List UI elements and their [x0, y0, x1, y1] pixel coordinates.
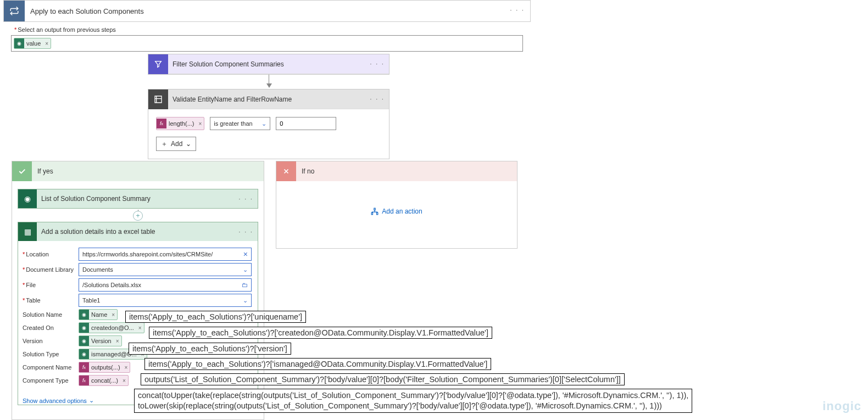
- svg-rect-0: [374, 208, 375, 210]
- location-input[interactable]: https://crmworlds.sharepoint.com/sites/C…: [79, 248, 252, 261]
- location-label: Location: [23, 251, 79, 257]
- card-more-menu[interactable]: · · ·: [238, 228, 253, 236]
- select-output-label: Select an output from previous steps: [14, 26, 531, 33]
- excel-card-header[interactable]: ▦ Add a solution details into a excel ta…: [18, 222, 258, 241]
- filter-title: Filter Solution Component Summaries: [168, 60, 284, 68]
- component-type-label: Component Type: [23, 377, 79, 384]
- concat-token[interactable]: fxconcat(...)×: [79, 375, 129, 386]
- validate-header[interactable]: Validate EntityName and FilterRowName · …: [148, 89, 389, 109]
- created-on-label: Created On: [23, 324, 79, 331]
- remove-token[interactable]: ×: [123, 365, 130, 371]
- svg-rect-1: [371, 212, 372, 215]
- condition-icon: [148, 89, 168, 109]
- dataverse-icon: ◉: [79, 323, 89, 333]
- remove-token[interactable]: ×: [43, 41, 51, 47]
- operand-input[interactable]: [276, 117, 336, 130]
- expression-annotation: items('Apply_to_each_Solutions')?['isman…: [144, 358, 491, 370]
- validate-card: Validate EntityName and FilterRowName · …: [148, 89, 390, 159]
- list-summary-card[interactable]: ◉ List of Solution Component Summary · ·…: [18, 189, 258, 209]
- expression-annotation: concat(toUpper(take(replace(string(outpu…: [134, 389, 692, 413]
- length-expression-token[interactable]: fx length(...) ×: [156, 117, 204, 130]
- add-action-link[interactable]: Add an action: [371, 208, 422, 215]
- component-name-label: Component Name: [23, 364, 79, 371]
- dataverse-icon: ◉: [79, 310, 89, 320]
- remove-token[interactable]: ×: [120, 378, 128, 384]
- fx-icon: fx: [157, 119, 166, 128]
- solution-name-label: Solution Name: [23, 311, 79, 318]
- expression-annotation: items('Apply_to_each_Solutions')?['uniqu…: [125, 311, 306, 323]
- validate-title: Validate EntityName and FilterRowName: [168, 96, 292, 103]
- dataverse-icon: ◉: [79, 349, 89, 359]
- flow-arrow-icon: [269, 75, 269, 85]
- remove-token[interactable]: ×: [109, 312, 117, 318]
- fx-icon: fx: [79, 362, 89, 372]
- createdon-token[interactable]: ◉createdon@O...×: [79, 322, 144, 333]
- dataverse-icon: ◉: [18, 189, 37, 208]
- chevron-down-icon: ⌄: [243, 266, 248, 273]
- chevron-down-icon: ⌄: [261, 120, 266, 127]
- dataverse-icon: ◉: [79, 336, 89, 346]
- expression-annotation: items('Apply_to_each_Solutions')?['creat…: [149, 327, 492, 339]
- file-picker[interactable]: /Solutions Details.xlsx🗀: [79, 278, 252, 292]
- apply-title: Apply to each Solution Components: [25, 7, 144, 15]
- svg-rect-2: [377, 212, 378, 215]
- add-condition-button[interactable]: ＋ Add ⌄: [156, 137, 196, 151]
- version-token[interactable]: ◉Version×: [79, 335, 122, 346]
- apply-to-each-card: Apply to each Solution Components · · · …: [3, 0, 531, 52]
- check-icon: [12, 161, 32, 181]
- if-no-header[interactable]: If no: [276, 161, 517, 181]
- validate-body: fx length(...) × is greater than ⌄ ＋ Add…: [148, 109, 389, 159]
- chevron-down-icon: ⌄: [186, 140, 191, 148]
- table-dropdown[interactable]: Table1⌄: [79, 294, 252, 307]
- remove-token[interactable]: ×: [196, 121, 204, 127]
- expression-annotation: outputs('List_of_Solution_Component_Summ…: [141, 373, 625, 385]
- card-more-menu[interactable]: · · ·: [238, 195, 253, 203]
- expression-annotation: items('Apply_to_each_Solutions')?['versi…: [129, 343, 291, 355]
- version-label: Version: [23, 338, 79, 344]
- show-advanced-link[interactable]: Show advanced options⌄: [23, 397, 94, 404]
- remove-token[interactable]: ×: [114, 338, 121, 344]
- chevron-down-icon: ⌄: [89, 397, 94, 404]
- remove-token[interactable]: ×: [136, 325, 144, 331]
- operator-dropdown[interactable]: is greater than ⌄: [210, 117, 270, 130]
- filter-icon: [148, 54, 168, 74]
- close-icon: [276, 161, 296, 181]
- add-action-icon: [371, 208, 379, 215]
- file-label: File: [23, 282, 79, 288]
- excel-icon: ▦: [18, 222, 37, 241]
- dataverse-icon: ◉: [14, 38, 24, 48]
- doclib-label: Document Library: [23, 266, 79, 273]
- outputs-token[interactable]: fxoutputs(...)×: [79, 362, 130, 373]
- doclib-dropdown[interactable]: Documents⌄: [79, 263, 252, 276]
- value-token[interactable]: ◉ value ×: [14, 38, 51, 49]
- watermark-logo: inogic: [822, 399, 861, 413]
- apply-more-menu[interactable]: · · ·: [510, 6, 525, 14]
- clear-icon[interactable]: ×: [243, 250, 248, 259]
- apply-header[interactable]: Apply to each Solution Components · · ·: [3, 0, 531, 22]
- insert-step-button[interactable]: +: [133, 211, 143, 221]
- loop-icon: [4, 1, 25, 21]
- if-no-branch: If no Add an action: [276, 161, 518, 249]
- chevron-down-icon: ⌄: [243, 297, 248, 304]
- name-token[interactable]: ◉Name×: [79, 309, 118, 320]
- fx-icon: fx: [79, 376, 89, 385]
- select-output-field[interactable]: ◉ value ×: [11, 35, 523, 52]
- table-label: Table: [23, 297, 79, 304]
- validate-more-menu[interactable]: · · ·: [370, 95, 385, 103]
- solution-type-label: Solution Type: [23, 351, 79, 357]
- folder-icon[interactable]: 🗀: [242, 282, 248, 288]
- if-yes-header[interactable]: If yes: [12, 161, 264, 181]
- plus-icon: ＋: [161, 139, 168, 149]
- filter-card[interactable]: Filter Solution Component Summaries · · …: [148, 54, 390, 75]
- filter-more-menu[interactable]: · · ·: [370, 60, 385, 68]
